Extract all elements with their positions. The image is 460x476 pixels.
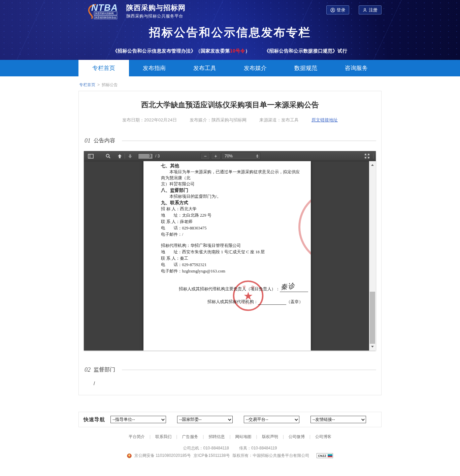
page-number-input[interactable] bbox=[138, 153, 153, 159]
tab-data-spec[interactable]: 数据规范 bbox=[281, 60, 331, 76]
origin-link[interactable]: 原文链接地址 bbox=[311, 117, 338, 123]
section-divider bbox=[122, 370, 376, 370]
section-1-header: 01 公告内容 bbox=[85, 137, 376, 144]
footer-link-blog[interactable]: 公司博客 bbox=[305, 434, 331, 440]
chevron-down-icon bbox=[161, 417, 165, 421]
select-trading-platforms[interactable]: --交易平台-- bbox=[244, 416, 299, 423]
section-number: 02 bbox=[85, 366, 91, 373]
section-divider bbox=[122, 141, 376, 141]
tab-column-home[interactable]: 专栏首页 bbox=[78, 60, 129, 76]
doc-field-address: 地 址：太白北路 229 号 bbox=[161, 212, 301, 219]
page-up-icon[interactable] bbox=[116, 152, 124, 160]
doc-field-contact: 联 系 人：薛老师 bbox=[161, 219, 301, 225]
chevron-down-icon bbox=[361, 417, 365, 421]
footer-legal: 京公网安备 11010802020185号 京ICP备15011138号 版权所… bbox=[0, 453, 460, 459]
fullscreen-icon[interactable] bbox=[363, 152, 371, 160]
spinner-arrows-icon bbox=[256, 154, 258, 158]
select-friend-links[interactable]: --友情链接-- bbox=[310, 416, 366, 423]
doc-field-agency-contact: 联 系 人：秦工 bbox=[161, 255, 301, 262]
login-button[interactable]: 登录 bbox=[326, 5, 349, 14]
section-title: 监督部门 bbox=[94, 366, 115, 373]
logo-badge-2: 陕西省招标投标协会 bbox=[94, 15, 117, 19]
pdf-toolbar: / 3 − + 70% bbox=[84, 151, 376, 161]
doc-field-email: 电子邮件：/ bbox=[161, 231, 301, 238]
company-phone: 010-88484118 bbox=[203, 446, 229, 450]
footer-link-copyright[interactable]: 版权声明 bbox=[252, 434, 278, 440]
publish-date: 2022年02月24日 bbox=[144, 117, 177, 122]
register-button[interactable]: 注册 bbox=[359, 5, 382, 14]
section-2-header: 02 监督部门 bbox=[85, 366, 376, 373]
pdf-viewer: / 3 − + 70% bbox=[84, 151, 376, 351]
footer-link-jobs[interactable]: 招聘信息 bbox=[198, 434, 225, 440]
select-guidance-units[interactable]: --指导单位-- bbox=[110, 416, 166, 423]
publish-media: 陕西采购与招标网 bbox=[211, 117, 247, 122]
red-seal-stamp: 管理 6101130 ★ bbox=[232, 280, 264, 312]
banner-note: 《招标公告和公示信息发布管理办法》（国家发改委第10号令）《招标公告和公示数据接… bbox=[78, 48, 382, 54]
sidebar-toggle-icon[interactable] bbox=[87, 152, 95, 160]
page: NTBA 陕西采购与招标网 陕西省招标投标协会 陕西采购与招标网 陕西采购与招标… bbox=[0, 0, 460, 476]
zoom-out-button[interactable]: − bbox=[201, 153, 210, 159]
site-logo[interactable]: NTBA 陕西采购与招标网 陕西省招标投标协会 陕西采购与招标网 陕西采购与招标… bbox=[85, 3, 186, 19]
site-title: 陕西采购与招标网 bbox=[126, 3, 186, 12]
footer-link-contact[interactable]: 联系我们 bbox=[145, 434, 171, 440]
site-header: NTBA 陕西采购与招标网 陕西省招标投标协会 陕西采购与招标网 陕西采购与招标… bbox=[0, 0, 460, 60]
breadcrumb-home-link[interactable]: 专栏首页 bbox=[79, 82, 95, 87]
user-add-icon bbox=[363, 8, 367, 12]
scrollbar-thumb[interactable] bbox=[370, 292, 375, 344]
doc-field-agency-address: 地 址：西安市朱雀大街南段 1 号汇成天玺 C 座 18 层 bbox=[161, 249, 301, 255]
quick-nav-label: 快速导航 bbox=[84, 416, 105, 423]
pdf-scrollbar[interactable] bbox=[369, 161, 376, 351]
quick-nav-panel: 快速导航 --指导单位-- --国家部委-- --交易平台-- --友情链接-- bbox=[78, 412, 382, 427]
cnzz-stripes-icon bbox=[327, 453, 333, 458]
footer-link-ads[interactable]: 广告服务 bbox=[171, 434, 198, 440]
footer-link-about[interactable]: 平台简介 bbox=[129, 434, 145, 440]
signature-blank: 秦诊 bbox=[280, 288, 308, 292]
supervision-dept-value: / bbox=[94, 381, 381, 386]
footer-contacts: 公司总机：010-88484118传真：010-88484119 bbox=[0, 445, 460, 451]
copyright-holder: 中国招标公共服务平台有限公司 bbox=[253, 453, 309, 458]
scroll-up-arrow-icon[interactable] bbox=[371, 164, 374, 166]
pdf-canvas-area[interactable]: 七、其他 本项目为单一来源采购，已通过单一来源采购征求意见公示，拟定供应商为慧润… bbox=[84, 161, 376, 351]
tab-publish-tool[interactable]: 发布工具 bbox=[179, 60, 230, 76]
doc-field-agency: 招标代理机构：华招广和项目管理有限公司 bbox=[161, 243, 301, 249]
site-footer: 平台简介 联系我们 广告服务 招聘信息 网站地图 版权声明 公司微博 公司博客 … bbox=[0, 434, 460, 459]
user-icon bbox=[330, 8, 335, 12]
article-panel: 西北大学缺血预适应训练仪采购项目单一来源采购公告 发布日期：2022年02月24… bbox=[78, 91, 382, 395]
logo-badge-1: 陕西采购与招标网 bbox=[94, 11, 117, 15]
pdf-document-page: 七、其他 本项目为单一来源采购，已通过单一来源采购征求意见公示，拟定供应商为慧润… bbox=[143, 161, 311, 351]
banner-note-red: 10号令 bbox=[230, 48, 245, 53]
tab-consult-service[interactable]: 咨询服务 bbox=[331, 60, 382, 76]
company-fax: 010-88484119 bbox=[251, 446, 277, 450]
chevron-down-icon bbox=[295, 417, 298, 421]
doc-heading-7: 七、其他 bbox=[161, 163, 301, 169]
doc-paragraph: 京）科贸有限公司 bbox=[161, 181, 301, 187]
handwritten-signature: 秦诊 bbox=[280, 281, 296, 292]
chevron-down-icon bbox=[228, 417, 231, 421]
section-title: 公告内容 bbox=[94, 137, 115, 144]
footer-link-weibo[interactable]: 公司微博 bbox=[278, 434, 305, 440]
doc-field-phone: 电 话：029-88303475 bbox=[161, 225, 301, 231]
article-meta: 发布日期：2022年02月24日 发布媒介：陕西采购与招标网 来源渠道：发布工具… bbox=[79, 117, 381, 123]
logo-mark: NTBA 陕西采购与招标网 陕西省招标投标协会 bbox=[85, 3, 123, 19]
page-down-icon[interactable] bbox=[126, 152, 134, 160]
zoom-level-select[interactable]: 70% bbox=[222, 153, 260, 159]
doc-field-agency-email: 电子邮件：hzghxmglyxgs@163.com bbox=[161, 268, 301, 274]
zoom-level: 70% bbox=[225, 154, 233, 158]
section-number: 01 bbox=[85, 137, 91, 144]
icp-record-number: 京ICP备15011138号 bbox=[194, 453, 230, 459]
tab-publish-guide[interactable]: 发布指南 bbox=[129, 60, 179, 76]
tab-publish-media[interactable]: 发布媒介 bbox=[230, 60, 281, 76]
search-icon[interactable] bbox=[104, 152, 112, 160]
zoom-in-button[interactable]: + bbox=[211, 153, 220, 159]
footer-link-sitemap[interactable]: 网站地图 bbox=[225, 434, 251, 440]
police-record-number: 京公网安备 11010802020185号 bbox=[134, 453, 191, 459]
cnzz-badge[interactable]: CNZZ bbox=[317, 453, 333, 458]
doc-heading-8: 八、监督部门 bbox=[161, 187, 301, 193]
site-subtitle: 陕西采购与招标公共服务平台 bbox=[126, 13, 186, 19]
doc-paragraph: 本招标项目的监督部门为/。 bbox=[161, 193, 301, 199]
breadcrumb-separator: > bbox=[97, 82, 100, 87]
source-channel: 发布工具 bbox=[281, 117, 299, 122]
select-state-ministries[interactable]: --国家部委-- bbox=[177, 416, 233, 423]
scroll-down-arrow-icon[interactable] bbox=[371, 346, 374, 347]
breadcrumb: 专栏首页>招标公告 bbox=[78, 76, 382, 91]
